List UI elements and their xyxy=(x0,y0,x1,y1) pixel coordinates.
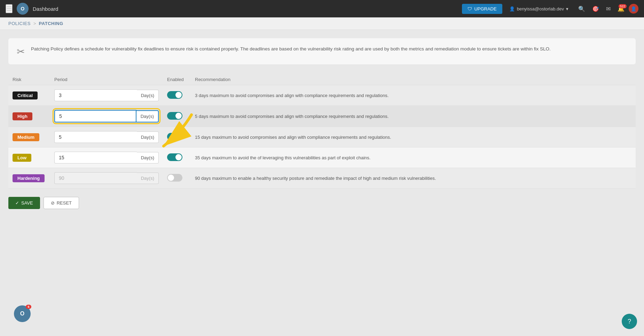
table-row: MediumDay(s)15 days maximum to avoid com… xyxy=(8,127,636,147)
save-button[interactable]: ✓ SAVE xyxy=(8,197,40,209)
recommendation-cell: 3 days maximum to avoid compromises and … xyxy=(191,85,636,106)
recommendation-cell: 35 days maximum to avoid the of leveragi… xyxy=(191,147,636,168)
toggle-slider xyxy=(167,112,182,120)
toggle-slider xyxy=(167,91,182,99)
period-cell: Day(s) xyxy=(50,106,163,127)
period-container: Day(s) xyxy=(54,131,159,143)
recommendation-cell: 90 days maximum to enable a healthy secu… xyxy=(191,168,636,189)
col-recommendation: Recommendation xyxy=(191,74,636,85)
period-input[interactable] xyxy=(54,110,136,122)
reset-label: RESET xyxy=(57,200,72,206)
period-unit: Day(s) xyxy=(137,90,159,101)
risk-cell: Medium xyxy=(8,127,50,147)
user-icon: 👤 xyxy=(509,6,515,11)
recommendation-cell: 5 days maximum to avoid compromises and … xyxy=(191,106,636,127)
risk-cell: Low xyxy=(8,147,50,168)
enabled-cell xyxy=(163,147,191,168)
risk-badge: Hardening xyxy=(13,174,45,182)
table-header-row: Risk Period Enabled Recommendation xyxy=(8,74,636,85)
enabled-cell xyxy=(163,168,191,189)
period-cell: Day(s) xyxy=(50,127,163,147)
policy-table: Risk Period Enabled Recommendation Criti… xyxy=(8,74,636,189)
period-unit: Day(s) xyxy=(137,131,159,143)
topnav: ☰ O Dashboard 🛡 UPGRADE 👤 benyissa@ostor… xyxy=(0,0,644,17)
search-button[interactable]: 🔍 xyxy=(575,3,588,14)
reset-button[interactable]: ⊘ RESET xyxy=(44,197,79,209)
risk-cell: Hardening xyxy=(8,168,50,189)
risk-badge: Low xyxy=(13,154,31,162)
notification-button[interactable]: 🔔 522 xyxy=(615,3,627,14)
info-card: ✂ Patching Policy defines a schedule for… xyxy=(8,38,636,64)
period-cell: Day(s) xyxy=(50,168,163,189)
period-input[interactable] xyxy=(54,152,137,163)
avatar[interactable]: 👤 xyxy=(629,4,638,14)
recommendation-cell: 15 days maximum to avoid compromises and… xyxy=(191,127,636,147)
upgrade-label: UPGRADE xyxy=(474,6,496,11)
info-text: Patching Policy defines a schedule for v… xyxy=(31,45,551,53)
reset-icon: ⊘ xyxy=(51,200,55,206)
action-buttons: ✓ SAVE ⊘ RESET xyxy=(8,197,636,209)
period-unit: Day(s) xyxy=(136,110,159,122)
app-logo: O xyxy=(17,3,29,15)
toggle-switch[interactable] xyxy=(167,174,182,182)
risk-badge: Critical xyxy=(13,91,38,99)
enabled-cell xyxy=(163,127,191,147)
period-container: Day(s) xyxy=(54,89,159,101)
period-unit: Day(s) xyxy=(137,152,159,163)
col-period: Period xyxy=(50,74,163,85)
period-input[interactable] xyxy=(54,172,137,184)
enabled-cell xyxy=(163,85,191,106)
table-row: HardeningDay(s)90 days maximum to enable… xyxy=(8,168,636,189)
recommendation-text: 5 days maximum to avoid compromises and … xyxy=(195,114,388,119)
risk-badge: High xyxy=(13,112,32,120)
breadcrumb-separator: > xyxy=(33,21,36,26)
period-input[interactable] xyxy=(54,131,137,143)
recommendation-text: 35 days maximum to avoid the of leveragi… xyxy=(195,155,370,160)
period-input[interactable] xyxy=(54,89,137,101)
recommendation-text: 15 days maximum to avoid compromises and… xyxy=(195,135,391,140)
check-icon: ✓ xyxy=(15,200,19,206)
recommendation-text: 3 days maximum to avoid compromises and … xyxy=(195,93,388,98)
table-row: LowDay(s)35 days maximum to avoid the of… xyxy=(8,147,636,168)
risk-badge: Medium xyxy=(13,133,39,141)
toggle-switch[interactable] xyxy=(167,133,182,141)
risk-cell: High xyxy=(8,106,50,127)
shield-icon: 🛡 xyxy=(468,6,472,11)
toggle-slider xyxy=(167,153,182,161)
user-email: benyissa@ostorlab.dev xyxy=(517,6,564,11)
period-container: Day(s) xyxy=(54,110,159,122)
breadcrumb-patching: PATCHING xyxy=(39,21,63,26)
breadcrumb: POLICIES > PATCHING xyxy=(0,17,644,30)
menu-icon[interactable]: ☰ xyxy=(6,4,13,13)
upgrade-button[interactable]: 🛡 UPGRADE xyxy=(462,4,502,14)
recommendation-text: 90 days maximum to enable a healthy secu… xyxy=(195,176,436,181)
period-unit: Day(s) xyxy=(137,173,159,184)
main-content: ✂ Patching Policy defines a schedule for… xyxy=(0,30,644,217)
patching-icon: ✂ xyxy=(17,46,25,57)
period-cell: Day(s) xyxy=(50,147,163,168)
app-title: Dashboard xyxy=(33,6,58,12)
period-container: Day(s) xyxy=(54,152,159,163)
col-enabled: Enabled xyxy=(163,74,191,85)
toggle-slider xyxy=(167,174,182,182)
save-label: SAVE xyxy=(21,200,33,206)
notification-badge: 522 xyxy=(619,4,627,8)
nav-icons: 🔍 🎯 ✉ 🔔 522 👤 xyxy=(575,3,638,14)
toggle-switch[interactable] xyxy=(167,153,182,161)
toggle-switch[interactable] xyxy=(167,91,182,99)
period-container: Day(s) xyxy=(54,172,159,184)
user-menu[interactable]: 👤 benyissa@ostorlab.dev ▾ xyxy=(506,5,571,13)
table-row: CriticalDay(s)3 days maximum to avoid co… xyxy=(8,85,636,106)
message-button[interactable]: ✉ xyxy=(603,3,613,14)
col-risk: Risk xyxy=(8,74,50,85)
chevron-down-icon: ▾ xyxy=(566,6,568,11)
toggle-switch[interactable] xyxy=(167,112,182,120)
period-cell: Day(s) xyxy=(50,85,163,106)
breadcrumb-policies[interactable]: POLICIES xyxy=(8,21,31,26)
target-button[interactable]: 🎯 xyxy=(589,3,602,14)
table-row: HighDay(s)5 days maximum to avoid compro… xyxy=(8,106,636,127)
enabled-cell xyxy=(163,106,191,127)
risk-cell: Critical xyxy=(8,85,50,106)
toggle-slider xyxy=(167,133,182,141)
